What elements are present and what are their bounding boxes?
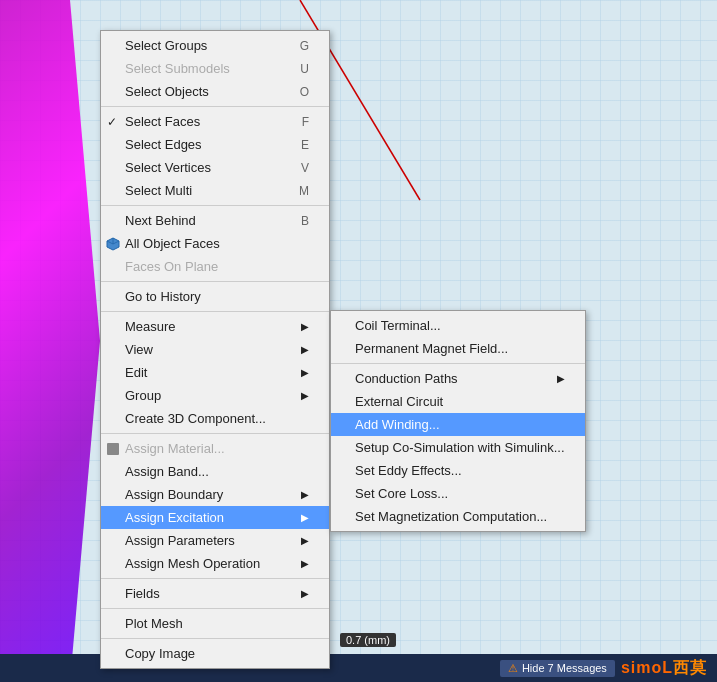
menu-item-label: Measure	[125, 319, 176, 334]
hide-messages-button[interactable]: ⚠ Hide 7 Messages	[500, 660, 615, 677]
menu-item-label: Select Faces	[125, 114, 200, 129]
menu-shortcut: O	[280, 85, 309, 99]
submenu-item-external-circuit[interactable]: External Circuit	[331, 390, 585, 413]
submenu-item-coil-terminal[interactable]: Coil Terminal...	[331, 314, 585, 337]
menu-item-create-3d-component[interactable]: Create 3D Component...	[101, 407, 329, 430]
submenu-item-label: Setup Co-Simulation with Simulink...	[355, 440, 565, 455]
menu-item-group[interactable]: Group▶	[101, 384, 329, 407]
menu-shortcut: F	[282, 115, 309, 129]
menu-shortcut: E	[281, 138, 309, 152]
menu-item-label: Next Behind	[125, 213, 196, 228]
menu-item-label: Copy Image	[125, 646, 195, 661]
material-icon	[107, 443, 119, 455]
menu-item-label: Assign Parameters	[125, 533, 235, 548]
menu-item-go-to-history[interactable]: Go to History	[101, 285, 329, 308]
menu-item-assign-band[interactable]: Assign Band...	[101, 460, 329, 483]
menu-item-label: Go to History	[125, 289, 201, 304]
submenu-item-label: Add Winding...	[355, 417, 440, 432]
submenu-arrow-icon: ▶	[291, 390, 309, 401]
menu-item-label: View	[125, 342, 153, 357]
submenu-item-label: Coil Terminal...	[355, 318, 441, 333]
menu-separator	[101, 106, 329, 107]
submenu-item-label: External Circuit	[355, 394, 443, 409]
submenu-arrow-icon: ▶	[291, 588, 309, 599]
menu-shortcut: U	[280, 62, 309, 76]
menu-item-label: Faces On Plane	[125, 259, 218, 274]
status-right: ⚠ Hide 7 Messages simoL西莫	[500, 658, 707, 679]
menu-item-label: Plot Mesh	[125, 616, 183, 631]
menu-item-next-behind[interactable]: Next BehindB	[101, 209, 329, 232]
menu-item-faces-on-plane: Faces On Plane	[101, 255, 329, 278]
submenu-item-set-magnetization[interactable]: Set Magnetization Computation...	[331, 505, 585, 528]
menu-item-select-groups[interactable]: Select GroupsG	[101, 34, 329, 57]
cube-icon	[106, 237, 120, 251]
menu-separator	[101, 205, 329, 206]
main-context-menu: Select GroupsGSelect SubmodelsUSelect Ob…	[100, 30, 330, 669]
menu-shortcut: B	[281, 214, 309, 228]
submenu-arrow-icon: ▶	[291, 512, 309, 523]
menu-item-label: Assign Material...	[125, 441, 225, 456]
message-icon: ⚠	[508, 662, 518, 675]
menu-item-fields[interactable]: Fields▶	[101, 582, 329, 605]
menu-item-label: Assign Boundary	[125, 487, 223, 502]
menu-separator	[101, 311, 329, 312]
menu-item-select-multi[interactable]: Select MultiM	[101, 179, 329, 202]
submenu-item-label: Set Core Loss...	[355, 486, 448, 501]
menu-item-label: Group	[125, 388, 161, 403]
submenu-item-permanent-magnet-field[interactable]: Permanent Magnet Field...	[331, 337, 585, 360]
menu-item-label: Select Vertices	[125, 160, 211, 175]
menu-item-assign-boundary[interactable]: Assign Boundary▶	[101, 483, 329, 506]
menu-item-label: Select Submodels	[125, 61, 230, 76]
menu-separator	[101, 638, 329, 639]
menu-item-label: All Object Faces	[125, 236, 220, 251]
menu-item-label: Select Groups	[125, 38, 207, 53]
menu-shortcut: G	[280, 39, 309, 53]
submenu-arrow-icon: ▶	[291, 489, 309, 500]
menu-item-assign-parameters[interactable]: Assign Parameters▶	[101, 529, 329, 552]
menu-item-copy-image[interactable]: Copy Image	[101, 642, 329, 665]
menu-item-select-vertices[interactable]: Select VerticesV	[101, 156, 329, 179]
submenu-arrow-icon: ▶	[291, 535, 309, 546]
menu-item-label: Assign Mesh Operation	[125, 556, 260, 571]
submenu-item-set-core-loss[interactable]: Set Core Loss...	[331, 482, 585, 505]
measurement-label: 0.7 (mm)	[340, 633, 396, 647]
menu-item-assign-excitation[interactable]: Assign Excitation▶	[101, 506, 329, 529]
submenu-item-set-eddy-effects[interactable]: Set Eddy Effects...	[331, 459, 585, 482]
menu-item-label: Assign Band...	[125, 464, 209, 479]
submenu-item-setup-co-simulation[interactable]: Setup Co-Simulation with Simulink...	[331, 436, 585, 459]
menu-shortcut: M	[279, 184, 309, 198]
menu-item-label: Select Multi	[125, 183, 192, 198]
menu-separator	[101, 578, 329, 579]
menu-item-label: Select Edges	[125, 137, 202, 152]
submenu-arrow-icon: ▶	[291, 558, 309, 569]
menu-item-select-submodels: Select SubmodelsU	[101, 57, 329, 80]
menu-item-label: Edit	[125, 365, 147, 380]
submenu-assign-excitation: Coil Terminal...Permanent Magnet Field..…	[330, 310, 586, 532]
menu-item-edit[interactable]: Edit▶	[101, 361, 329, 384]
submenu-arrow-icon: ▶	[291, 321, 309, 332]
submenu-item-conduction-paths[interactable]: Conduction Paths▶	[331, 367, 585, 390]
submenu-arrow-icon: ▶	[547, 373, 565, 384]
submenu-item-label: Set Eddy Effects...	[355, 463, 462, 478]
submenu-item-add-winding[interactable]: Add Winding...	[331, 413, 585, 436]
menu-item-plot-mesh[interactable]: Plot Mesh	[101, 612, 329, 635]
menu-item-assign-material: Assign Material...	[101, 437, 329, 460]
menu-item-select-objects[interactable]: Select ObjectsO	[101, 80, 329, 103]
menu-item-select-edges[interactable]: Select EdgesE	[101, 133, 329, 156]
menu-item-all-object-faces[interactable]: All Object Faces	[101, 232, 329, 255]
menu-item-label: Assign Excitation	[125, 510, 224, 525]
menu-item-view[interactable]: View▶	[101, 338, 329, 361]
menu-item-assign-mesh-operation[interactable]: Assign Mesh Operation▶	[101, 552, 329, 575]
submenu-arrow-icon: ▶	[291, 344, 309, 355]
menu-separator	[101, 433, 329, 434]
menu-item-label: Create 3D Component...	[125, 411, 266, 426]
submenu-separator	[331, 363, 585, 364]
submenu-item-label: Set Magnetization Computation...	[355, 509, 547, 524]
menu-shortcut: V	[281, 161, 309, 175]
submenu-arrow-icon: ▶	[291, 367, 309, 378]
simol-logo: simoL西莫	[621, 658, 707, 679]
submenu-item-label: Permanent Magnet Field...	[355, 341, 508, 356]
menu-item-select-faces[interactable]: Select FacesF	[101, 110, 329, 133]
menu-item-label: Fields	[125, 586, 160, 601]
menu-item-measure[interactable]: Measure▶	[101, 315, 329, 338]
